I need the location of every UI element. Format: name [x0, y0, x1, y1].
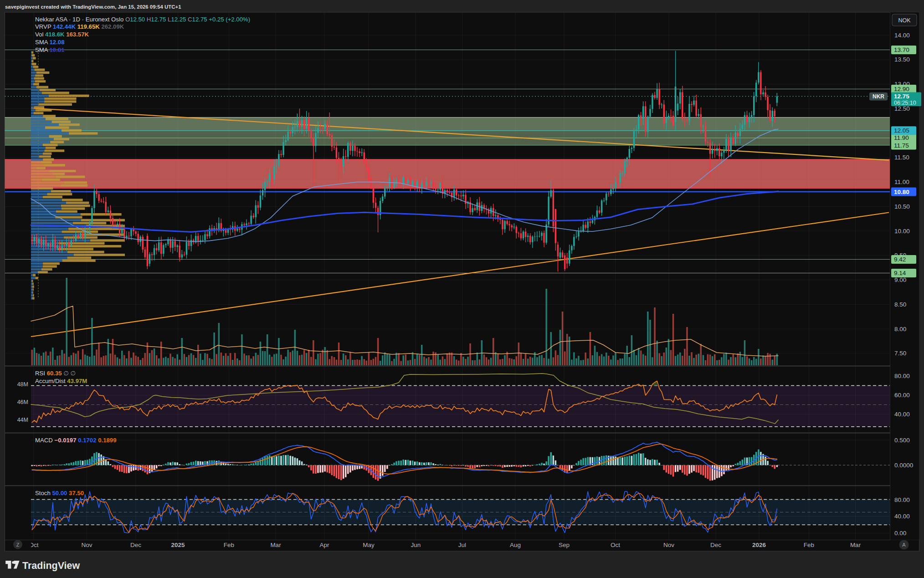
svg-text:40.00: 40.00: [894, 513, 910, 520]
svg-text:SMA 10.81: SMA 10.81: [35, 46, 65, 53]
svg-text:Aug: Aug: [510, 542, 521, 548]
svg-text:Mar: Mar: [850, 542, 861, 548]
svg-text:NOK: NOK: [898, 17, 911, 24]
svg-text:9.42: 9.42: [894, 256, 906, 263]
svg-text:RSI 60.35 ∅ ∅: RSI 60.35 ∅ ∅: [35, 370, 76, 377]
svg-text:0.500: 0.500: [894, 437, 910, 444]
svg-text:Dec: Dec: [710, 542, 721, 548]
svg-text:NKR: NKR: [873, 93, 884, 100]
svg-text:12.05: 12.05: [894, 127, 909, 134]
svg-text:9.14: 9.14: [894, 270, 906, 276]
svg-text:44M: 44M: [17, 417, 28, 423]
svg-text:11.00: 11.00: [894, 179, 909, 185]
svg-text:Stoch 50.00 37.50: Stoch 50.00 37.50: [35, 490, 84, 496]
svg-text:SMA 12.08: SMA 12.08: [35, 39, 65, 46]
svg-text:8.50: 8.50: [894, 301, 906, 308]
svg-text:Dec: Dec: [130, 542, 141, 548]
svg-text:Apr: Apr: [319, 542, 329, 548]
svg-text:14.00: 14.00: [894, 32, 910, 39]
svg-text:12.50: 12.50: [894, 105, 910, 112]
svg-text:2025: 2025: [171, 542, 185, 548]
svg-text:60.00: 60.00: [894, 392, 910, 399]
svg-text:Jul: Jul: [458, 542, 466, 548]
svg-text:Jun: Jun: [411, 542, 421, 548]
svg-text:Sep: Sep: [559, 542, 570, 548]
svg-text:Vol 418.6K 163.57K: Vol 418.6K 163.57K: [35, 31, 89, 38]
svg-text:0.00: 0.00: [894, 530, 906, 537]
svg-text:13.70: 13.70: [894, 46, 909, 53]
svg-text:MACD −0.0197 0.1702 0.1899: MACD −0.0197 0.1702 0.1899: [35, 437, 117, 444]
svg-text:Nov: Nov: [663, 542, 674, 548]
svg-text:80.00: 80.00: [894, 496, 910, 503]
svg-text:40.00: 40.00: [894, 411, 910, 418]
svg-text:11.90: 11.90: [894, 134, 909, 141]
svg-text:Oct: Oct: [611, 542, 620, 548]
svg-text:7.50: 7.50: [894, 350, 906, 357]
svg-text:TradingView: TradingView: [22, 560, 80, 571]
svg-text:9.00: 9.00: [894, 276, 906, 283]
svg-text:11.50: 11.50: [894, 154, 909, 161]
svg-text:Mar: Mar: [270, 542, 281, 548]
svg-text:11.75: 11.75: [894, 142, 909, 149]
svg-text:13.50: 13.50: [894, 56, 910, 63]
svg-text:10.00: 10.00: [894, 228, 910, 235]
svg-text:06:25:10: 06:25:10: [894, 100, 916, 106]
svg-text:VRVP 142.44K 119.65K 262.09K: VRVP 142.44K 119.65K 262.09K: [35, 23, 124, 30]
svg-text:A: A: [902, 542, 906, 547]
svg-text:80.00: 80.00: [894, 373, 910, 379]
svg-text:46M: 46M: [17, 399, 28, 405]
svg-text:8.00: 8.00: [894, 326, 906, 332]
svg-text:2026: 2026: [752, 542, 766, 548]
svg-text:Feb: Feb: [804, 542, 814, 548]
svg-text:Nekkar ASA · 1D · Euronext Osl: Nekkar ASA · 1D · Euronext Oslo O12.50 H…: [35, 16, 250, 23]
svg-text:Accum/Dist 43.97M: Accum/Dist 43.97M: [35, 378, 87, 384]
svg-text:12.90: 12.90: [894, 86, 909, 92]
svg-text:48M: 48M: [17, 381, 28, 388]
svg-text:Feb: Feb: [224, 542, 234, 548]
svg-text:May: May: [363, 542, 375, 548]
svg-text:10.80: 10.80: [894, 189, 909, 195]
svg-text:12.75: 12.75: [894, 93, 909, 100]
svg-text:savepiginvest created with Tra: savepiginvest created with TradingView.c…: [5, 4, 181, 10]
svg-text:Nov: Nov: [81, 542, 92, 548]
svg-text:10.50: 10.50: [894, 203, 910, 210]
svg-text:Z: Z: [16, 542, 20, 547]
svg-text:0.0000: 0.0000: [894, 462, 913, 469]
